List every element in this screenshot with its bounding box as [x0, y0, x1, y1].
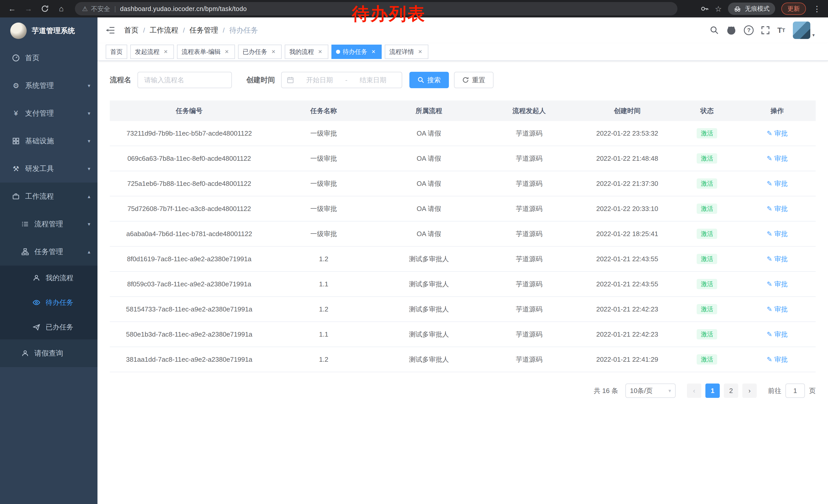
table-row[interactable]: 725a1eb6-7b88-11ec-8ef0-acde48001122 一级审…	[110, 171, 816, 196]
sidebar-item-task-mgmt[interactable]: 任务管理 ▴	[0, 238, 97, 266]
cell-process: 测试多审批人	[379, 255, 479, 264]
sidebar-item-system[interactable]: ⚙ 系统管理 ▾	[0, 72, 97, 99]
tab-my-process[interactable]: 我的流程 ×	[285, 45, 328, 59]
approve-link[interactable]: ✎审批	[767, 179, 788, 188]
send-icon	[31, 324, 42, 331]
sidebar-item-home[interactable]: 首页	[0, 44, 97, 72]
back-icon[interactable]: ←	[5, 2, 19, 16]
help-icon[interactable]: ?	[744, 26, 754, 35]
approve-label: 审批	[774, 330, 788, 339]
tags-view: 首页 发起流程 × 流程表单-编辑 × 已办任务 × 我的流程 × 待办任务 ×…	[97, 43, 828, 61]
cell-process: OA 请假	[379, 179, 479, 188]
date-range-picker[interactable]: 开始日期 - 结束日期	[281, 72, 402, 88]
cell-created: 2022-01-22 20:33:10	[579, 205, 675, 213]
briefcase-icon	[10, 193, 22, 200]
approve-link[interactable]: ✎审批	[767, 255, 788, 264]
breadcrumb-home[interactable]: 首页	[124, 26, 138, 35]
page-size-select[interactable]: 10条/页 ▾	[625, 383, 676, 398]
breadcrumb-workflow[interactable]: 工作流程	[150, 26, 178, 35]
tab-form-edit[interactable]: 流程表单-编辑 ×	[177, 45, 235, 59]
approve-link[interactable]: ✎审批	[767, 154, 788, 163]
key-icon[interactable]	[701, 5, 709, 13]
approve-link[interactable]: ✎审批	[767, 229, 788, 238]
process-name-input[interactable]	[137, 72, 232, 88]
sidebar-item-infrastructure[interactable]: 基础设施 ▾	[0, 127, 97, 155]
close-icon[interactable]: ×	[162, 48, 169, 55]
page-button-1[interactable]: 1	[705, 383, 720, 398]
cell-task-id: 58154733-7ac8-11ec-a9e2-a2380e71991a	[110, 305, 268, 313]
pencil-icon: ✎	[767, 205, 772, 213]
update-button[interactable]: 更新	[781, 3, 806, 15]
security-label[interactable]: 不安全	[91, 5, 110, 13]
tab-start-process[interactable]: 发起流程 ×	[130, 45, 174, 59]
breadcrumb-task-mgmt[interactable]: 任务管理	[189, 26, 218, 35]
sidebar-item-todo-tasks[interactable]: 待办任务	[0, 290, 97, 315]
cell-initiator: 芋道源码	[479, 355, 579, 364]
search-button[interactable]: 搜索	[409, 72, 449, 88]
user-icon	[31, 274, 42, 281]
close-icon[interactable]: ×	[417, 48, 424, 55]
table-row[interactable]: 73211d9d-7b9b-11ec-b5b7-acde48001122 一级审…	[110, 121, 816, 146]
bookmark-star-icon[interactable]: ☆	[715, 4, 722, 13]
sidebar-item-devtools[interactable]: ⚒ 研发工具 ▾	[0, 155, 97, 183]
sidebar-collapse-icon[interactable]	[106, 26, 115, 34]
breadcrumb-separator: /	[223, 27, 224, 34]
close-icon[interactable]: ×	[223, 48, 230, 55]
github-icon[interactable]	[727, 26, 736, 35]
approve-link[interactable]: ✎审批	[767, 305, 788, 314]
tab-done-tasks[interactable]: 已办任务 ×	[238, 45, 282, 59]
close-icon[interactable]: ×	[270, 48, 277, 55]
search-icon[interactable]	[710, 26, 719, 35]
goto-page-input[interactable]	[785, 383, 805, 398]
refresh-icon[interactable]	[38, 2, 52, 16]
sidebar-item-process-mgmt[interactable]: 流程管理 ▾	[0, 210, 97, 238]
sidebar-item-done-tasks[interactable]: 已办任务	[0, 315, 97, 339]
table-row[interactable]: 75d72608-7b7f-11ec-a3c8-acde48001122 一级审…	[110, 196, 816, 222]
tab-process-detail[interactable]: 流程详情 ×	[385, 45, 428, 59]
cell-task-name: 一级审批	[268, 179, 379, 188]
approve-link[interactable]: ✎审批	[767, 129, 788, 138]
fullscreen-icon[interactable]	[761, 26, 770, 34]
cell-initiator: 芋道源码	[479, 280, 579, 289]
status-badge: 激活	[697, 203, 717, 214]
tab-label: 我的流程	[289, 48, 314, 56]
tab-home[interactable]: 首页	[106, 45, 127, 59]
approve-link[interactable]: ✎审批	[767, 330, 788, 339]
forward-icon[interactable]: →	[22, 2, 35, 16]
table-row[interactable]: 381aa1dd-7ac8-11ec-a9e2-a2380e71991a 1.2…	[110, 347, 816, 372]
table-row[interactable]: 580e1b3d-7ac8-11ec-a9e2-a2380e71991a 1.1…	[110, 322, 816, 347]
cell-initiator: 芋道源码	[479, 179, 579, 188]
status-badge: 激活	[697, 128, 717, 138]
table-row[interactable]: 069c6a63-7b8a-11ec-8ef0-acde48001122 一级审…	[110, 146, 816, 171]
table-row[interactable]: 58154733-7ac8-11ec-a9e2-a2380e71991a 1.2…	[110, 297, 816, 322]
reset-button[interactable]: 重置	[454, 72, 494, 88]
table-row[interactable]: a6aba0a4-7b6d-11ec-b781-acde48001122 一级审…	[110, 222, 816, 246]
user-avatar-menu[interactable]: ▾	[793, 21, 815, 39]
close-icon[interactable]: ×	[317, 48, 324, 55]
col-status: 状态	[675, 106, 739, 116]
cell-task-id: 580e1b3d-7ac8-11ec-a9e2-a2380e71991a	[110, 330, 268, 338]
next-page-button[interactable]: ›	[742, 383, 757, 398]
close-icon[interactable]: ×	[370, 48, 377, 55]
font-size-icon[interactable]: TT	[777, 27, 785, 34]
task-table: 任务编号 任务名称 所属流程 流程发起人 创建时间 状态 操作 73211d9d…	[110, 100, 816, 372]
sidebar-item-payment[interactable]: ¥ 支付管理 ▾	[0, 99, 97, 127]
col-task-id: 任务编号	[110, 106, 268, 116]
sidebar-item-my-process[interactable]: 我的流程	[0, 266, 97, 290]
table-row[interactable]: 8f0d1619-7ac8-11ec-a9e2-a2380e71991a 1.2…	[110, 246, 816, 272]
page-button-2[interactable]: 2	[724, 383, 738, 398]
approve-link[interactable]: ✎审批	[767, 355, 788, 364]
browser-menu-icon[interactable]: ⋮	[812, 4, 822, 13]
cell-task-name: 一级审批	[268, 154, 379, 163]
approve-link[interactable]: ✎审批	[767, 280, 788, 289]
tab-todo-tasks[interactable]: 待办任务 ×	[331, 45, 382, 59]
prev-page-button[interactable]: ‹	[687, 383, 701, 398]
url-text[interactable]: dashboard.yudao.iocoder.cn/bpm/task/todo	[120, 5, 247, 12]
approve-link[interactable]: ✎审批	[767, 204, 788, 213]
table-row[interactable]: 8f059c03-7ac8-11ec-a9e2-a2380e71991a 1.1…	[110, 272, 816, 297]
app-logo-row[interactable]: 芋道管理系统	[0, 17, 97, 44]
sidebar-item-leave-query[interactable]: 请假查询	[0, 339, 97, 367]
home-icon[interactable]: ⌂	[54, 2, 68, 16]
process-name-label: 流程名	[110, 75, 131, 85]
sidebar-item-workflow[interactable]: 工作流程 ▴	[0, 183, 97, 210]
